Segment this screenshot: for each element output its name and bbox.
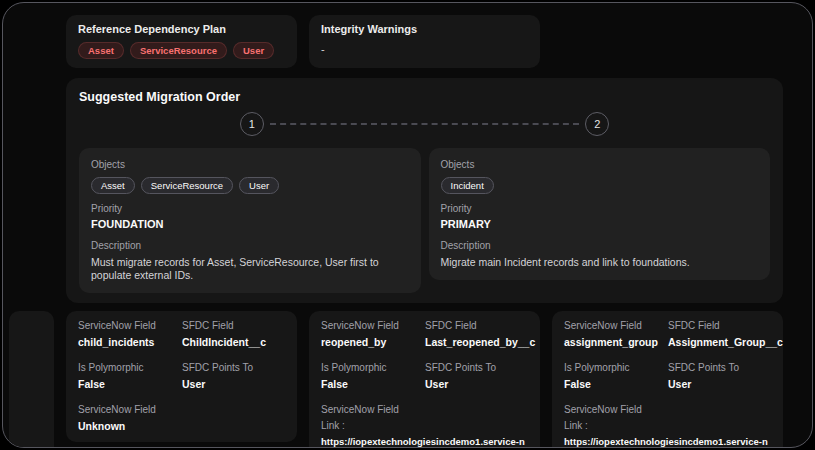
extra-field: ServiceNow Field Link : https://iopextec… xyxy=(564,404,771,448)
is-polymorphic-value: False xyxy=(564,378,668,391)
field-grid: ServiceNow Field reopened_by SFDC Field … xyxy=(321,320,528,391)
sfdc-points-to-value: User xyxy=(668,378,783,391)
migration-stepper: 1 2 xyxy=(79,112,770,136)
step-1-indicator: 1 xyxy=(240,112,264,136)
suggested-migration-order-title: Suggested Migration Order xyxy=(79,90,770,104)
servicenow-field-label: ServiceNow Field xyxy=(564,320,668,332)
sfdc-field-label: SFDC Field xyxy=(668,320,783,332)
sfdc-field-value: Assignment_Group__c xyxy=(668,336,783,349)
servicenow-field-label: ServiceNow Field xyxy=(78,320,182,332)
field-mapping-card-2: ServiceNow Field reopened_by SFDC Field … xyxy=(309,311,540,448)
description-label: Description xyxy=(441,240,759,252)
link-label: Link : xyxy=(321,420,528,432)
priority-label: Priority xyxy=(91,203,409,215)
is-polymorphic-label: Is Polymorphic xyxy=(78,362,182,374)
field-cell: SFDC Points To User xyxy=(425,362,535,391)
objects-label: Objects xyxy=(91,159,409,171)
servicenow-field-value: Unknown xyxy=(78,420,285,433)
field-grid: ServiceNow Field assignment_group SFDC F… xyxy=(564,320,771,391)
priority-value: PRIMARY xyxy=(441,218,759,231)
description-text: Migrate main Incident records and link t… xyxy=(441,256,759,269)
is-polymorphic-value: False xyxy=(78,378,182,391)
suggested-migration-order-card: Suggested Migration Order 1 2 Objects As… xyxy=(66,78,783,303)
sfdc-points-to-value: User xyxy=(182,378,285,391)
sfdc-points-to-label: SFDC Points To xyxy=(425,362,535,374)
servicenow-field-value: reopened_by xyxy=(321,336,425,349)
priority-field: Priority FOUNDATION xyxy=(91,203,409,231)
migration-steps-grid: Objects Asset ServiceResource User Prior… xyxy=(79,148,770,293)
reference-dependency-card: Reference Dependency Plan Asset ServiceR… xyxy=(66,15,297,68)
field-grid: ServiceNow Field child_incidents SFDC Fi… xyxy=(78,320,285,391)
link-label: Link : xyxy=(564,420,771,432)
description-field: Description Migrate main Incident record… xyxy=(441,240,759,269)
stepper-dashed-line xyxy=(270,123,580,125)
objects-label: Objects xyxy=(441,159,759,171)
priority-value: FOUNDATION xyxy=(91,218,409,231)
servicenow-table-link[interactable]: https://iopextechnologiesincdemo1.servic… xyxy=(321,435,528,448)
servicenow-field-label: ServiceNow Field xyxy=(78,404,285,416)
field-cell: ServiceNow Field assignment_group xyxy=(564,320,668,349)
reference-dependency-title: Reference Dependency Plan xyxy=(78,23,285,35)
sfdc-field-label: SFDC Field xyxy=(182,320,285,332)
description-text: Must migrate records for Asset, ServiceR… xyxy=(91,256,409,282)
summary-row: Reference Dependency Plan Asset ServiceR… xyxy=(66,15,783,68)
field-cell: SFDC Field ChildIncident__c xyxy=(182,320,285,349)
object-pill-user: User xyxy=(239,177,279,194)
field-cell: Is Polymorphic False xyxy=(564,362,668,391)
objects-pill-row: Incident xyxy=(441,177,759,194)
step-2-indicator: 2 xyxy=(585,112,609,136)
object-pill-asset: Asset xyxy=(91,177,135,194)
field-cell: Is Polymorphic False xyxy=(321,362,425,391)
is-polymorphic-label: Is Polymorphic xyxy=(321,362,425,374)
integrity-warnings-value: - xyxy=(321,43,528,55)
sfdc-points-to-value: User xyxy=(425,378,535,391)
partial-card-sliver xyxy=(9,311,54,448)
sfdc-points-to-label: SFDC Points To xyxy=(182,362,285,374)
field-cell: SFDC Field Last_reopened_by__c xyxy=(425,320,535,349)
servicenow-field-label: ServiceNow Field xyxy=(564,404,771,416)
field-cell: SFDC Points To User xyxy=(182,362,285,391)
priority-field: Priority PRIMARY xyxy=(441,203,759,231)
badge-asset: Asset xyxy=(78,42,124,59)
field-cell: Is Polymorphic False xyxy=(78,362,182,391)
servicenow-field-value: child_incidents xyxy=(78,336,182,349)
reference-badge-row: Asset ServiceResource User xyxy=(78,42,285,59)
priority-label: Priority xyxy=(441,203,759,215)
migration-dashboard-panel: Reference Dependency Plan Asset ServiceR… xyxy=(2,2,813,448)
field-mapping-row: ServiceNow Field child_incidents SFDC Fi… xyxy=(66,311,783,448)
extra-field: ServiceNow Field Link : https://iopextec… xyxy=(321,404,528,448)
migration-step-2-card: Objects Incident Priority PRIMARY Descri… xyxy=(429,148,771,280)
dashboard-content: Reference Dependency Plan Asset ServiceR… xyxy=(66,15,783,448)
badge-user: User xyxy=(233,42,274,59)
integrity-warnings-title: Integrity Warnings xyxy=(321,23,528,35)
is-polymorphic-label: Is Polymorphic xyxy=(564,362,668,374)
description-label: Description xyxy=(91,240,409,252)
servicenow-table-link[interactable]: https://iopextechnologiesincdemo1.servic… xyxy=(564,435,771,448)
field-mapping-card-1: ServiceNow Field child_incidents SFDC Fi… xyxy=(66,311,297,442)
integrity-warnings-card: Integrity Warnings - xyxy=(309,15,540,68)
sfdc-field-label: SFDC Field xyxy=(425,320,535,332)
field-cell: ServiceNow Field child_incidents xyxy=(78,320,182,349)
field-cell: SFDC Points To User xyxy=(668,362,783,391)
field-mapping-card-3: ServiceNow Field assignment_group SFDC F… xyxy=(552,311,783,448)
servicenow-field-label: ServiceNow Field xyxy=(321,404,528,416)
description-field: Description Must migrate records for Ass… xyxy=(91,240,409,282)
sfdc-field-value: ChildIncident__c xyxy=(182,336,285,349)
sfdc-points-to-label: SFDC Points To xyxy=(668,362,783,374)
migration-step-1-card: Objects Asset ServiceResource User Prior… xyxy=(79,148,421,293)
is-polymorphic-value: False xyxy=(321,378,425,391)
servicenow-field-value: assignment_group xyxy=(564,336,668,349)
badge-serviceresource: ServiceResource xyxy=(130,42,227,59)
field-cell: ServiceNow Field reopened_by xyxy=(321,320,425,349)
field-cell: SFDC Field Assignment_Group__c xyxy=(668,320,783,349)
objects-pill-row: Asset ServiceResource User xyxy=(91,177,409,194)
sfdc-field-value: Last_reopened_by__c xyxy=(425,336,535,349)
object-pill-incident: Incident xyxy=(441,177,494,194)
object-pill-serviceresource: ServiceResource xyxy=(141,177,233,194)
servicenow-field-label: ServiceNow Field xyxy=(321,320,425,332)
extra-field: ServiceNow Field Unknown xyxy=(78,404,285,433)
